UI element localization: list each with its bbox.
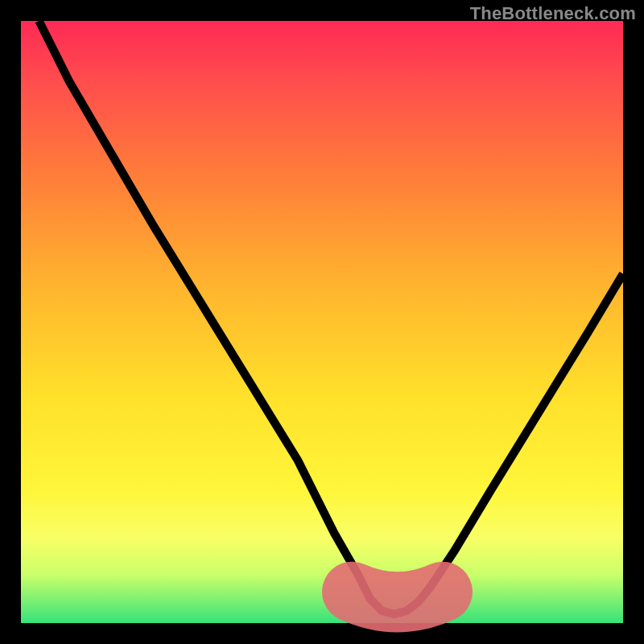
chart-frame: TheBottleneck.com: [0, 0, 644, 644]
optimal-zone-marker: [352, 592, 442, 602]
bottleneck-curve-svg: [21, 21, 623, 623]
plot-area: [21, 21, 623, 623]
bottleneck-curve-line: [39, 21, 623, 614]
